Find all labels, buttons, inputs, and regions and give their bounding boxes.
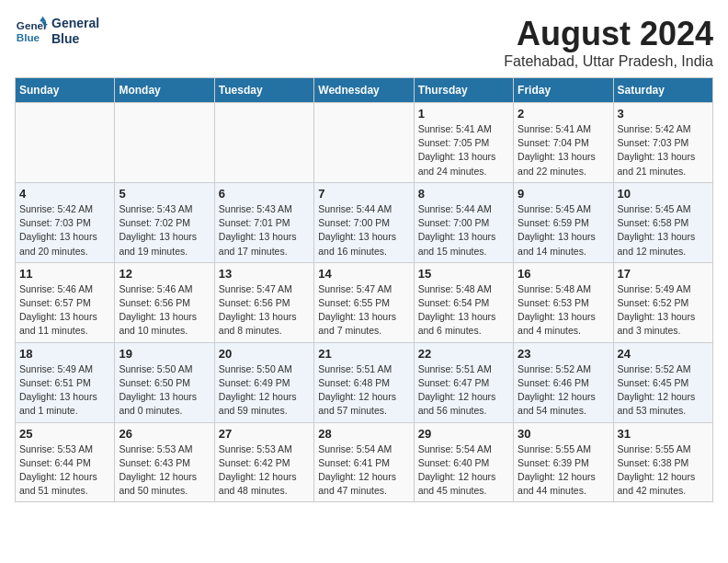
calendar-cell: 29Sunrise: 5:54 AM Sunset: 6:40 PM Dayli… <box>414 422 513 502</box>
day-number: 25 <box>19 427 110 441</box>
day-info: Sunrise: 5:53 AM Sunset: 6:43 PM Dayligh… <box>119 442 210 499</box>
calendar-cell: 2Sunrise: 5:41 AM Sunset: 7:04 PM Daylig… <box>514 103 613 183</box>
calendar-cell: 3Sunrise: 5:42 AM Sunset: 7:03 PM Daylig… <box>613 103 712 183</box>
weekday-wednesday: Wednesday <box>314 78 414 103</box>
calendar-cell: 14Sunrise: 5:47 AM Sunset: 6:55 PM Dayli… <box>314 262 414 342</box>
day-number: 30 <box>518 427 609 441</box>
day-number: 13 <box>219 267 310 281</box>
weekday-header-row: SundayMondayTuesdayWednesdayThursdayFrid… <box>16 78 713 103</box>
calendar-cell <box>16 103 115 183</box>
calendar-week-5: 25Sunrise: 5:53 AM Sunset: 6:44 PM Dayli… <box>16 422 713 502</box>
day-number: 7 <box>318 187 409 201</box>
day-info: Sunrise: 5:44 AM Sunset: 7:00 PM Dayligh… <box>318 202 409 259</box>
calendar-cell: 5Sunrise: 5:43 AM Sunset: 7:02 PM Daylig… <box>115 182 214 262</box>
day-info: Sunrise: 5:47 AM Sunset: 6:56 PM Dayligh… <box>219 282 310 339</box>
day-info: Sunrise: 5:52 AM Sunset: 6:46 PM Dayligh… <box>518 362 609 419</box>
logo-icon: General Blue <box>15 15 48 48</box>
day-number: 19 <box>119 347 210 361</box>
day-info: Sunrise: 5:49 AM Sunset: 6:51 PM Dayligh… <box>19 362 110 419</box>
calendar-header: SundayMondayTuesdayWednesdayThursdayFrid… <box>16 78 713 103</box>
calendar-cell <box>115 103 214 183</box>
day-number: 18 <box>19 347 110 361</box>
calendar-cell: 19Sunrise: 5:50 AM Sunset: 6:50 PM Dayli… <box>115 342 214 422</box>
day-number: 2 <box>518 107 609 121</box>
calendar-cell: 31Sunrise: 5:55 AM Sunset: 6:38 PM Dayli… <box>613 422 712 502</box>
day-info: Sunrise: 5:44 AM Sunset: 7:00 PM Dayligh… <box>418 202 509 259</box>
day-number: 22 <box>418 347 509 361</box>
calendar-cell <box>214 103 313 183</box>
svg-text:Blue: Blue <box>17 31 40 43</box>
day-number: 3 <box>618 107 709 121</box>
day-number: 26 <box>119 427 210 441</box>
day-number: 20 <box>219 347 310 361</box>
day-info: Sunrise: 5:41 AM Sunset: 7:04 PM Dayligh… <box>518 122 609 178</box>
day-info: Sunrise: 5:50 AM Sunset: 6:49 PM Dayligh… <box>219 362 310 419</box>
day-number: 31 <box>618 427 709 441</box>
day-info: Sunrise: 5:49 AM Sunset: 6:52 PM Dayligh… <box>618 282 709 339</box>
calendar-cell: 30Sunrise: 5:55 AM Sunset: 6:39 PM Dayli… <box>514 422 613 502</box>
calendar-cell: 28Sunrise: 5:54 AM Sunset: 6:41 PM Dayli… <box>314 422 414 502</box>
day-number: 29 <box>418 427 509 441</box>
calendar-table: SundayMondayTuesdayWednesdayThursdayFrid… <box>15 77 713 502</box>
calendar-cell: 13Sunrise: 5:47 AM Sunset: 6:56 PM Dayli… <box>214 262 313 342</box>
page-header: General Blue General Blue August 2024 Fa… <box>15 15 713 70</box>
day-info: Sunrise: 5:50 AM Sunset: 6:50 PM Dayligh… <box>119 362 210 419</box>
day-info: Sunrise: 5:53 AM Sunset: 6:44 PM Dayligh… <box>19 442 110 499</box>
day-info: Sunrise: 5:43 AM Sunset: 7:01 PM Dayligh… <box>219 202 310 259</box>
logo: General Blue General Blue <box>15 15 99 48</box>
day-number: 6 <box>219 187 310 201</box>
weekday-sunday: Sunday <box>16 78 115 103</box>
day-info: Sunrise: 5:52 AM Sunset: 6:45 PM Dayligh… <box>618 362 709 419</box>
day-info: Sunrise: 5:46 AM Sunset: 6:56 PM Dayligh… <box>119 282 210 339</box>
day-info: Sunrise: 5:48 AM Sunset: 6:53 PM Dayligh… <box>518 282 609 339</box>
calendar-cell: 1Sunrise: 5:41 AM Sunset: 7:05 PM Daylig… <box>414 103 513 183</box>
day-info: Sunrise: 5:45 AM Sunset: 6:59 PM Dayligh… <box>518 202 609 259</box>
day-number: 9 <box>518 187 609 201</box>
day-number: 15 <box>418 267 509 281</box>
logo-text: General Blue <box>51 16 99 47</box>
day-info: Sunrise: 5:41 AM Sunset: 7:05 PM Dayligh… <box>418 122 509 178</box>
calendar-week-4: 18Sunrise: 5:49 AM Sunset: 6:51 PM Dayli… <box>16 342 713 422</box>
day-info: Sunrise: 5:42 AM Sunset: 7:03 PM Dayligh… <box>618 122 709 178</box>
day-number: 14 <box>318 267 409 281</box>
calendar-cell: 8Sunrise: 5:44 AM Sunset: 7:00 PM Daylig… <box>414 182 513 262</box>
day-info: Sunrise: 5:51 AM Sunset: 6:47 PM Dayligh… <box>418 362 509 419</box>
calendar-cell: 12Sunrise: 5:46 AM Sunset: 6:56 PM Dayli… <box>115 262 214 342</box>
month-year: August 2024 <box>504 15 713 53</box>
calendar-cell: 16Sunrise: 5:48 AM Sunset: 6:53 PM Dayli… <box>514 262 613 342</box>
day-number: 5 <box>119 187 210 201</box>
calendar-cell: 7Sunrise: 5:44 AM Sunset: 7:00 PM Daylig… <box>314 182 414 262</box>
calendar-cell: 25Sunrise: 5:53 AM Sunset: 6:44 PM Dayli… <box>16 422 115 502</box>
day-number: 12 <box>119 267 210 281</box>
day-info: Sunrise: 5:42 AM Sunset: 7:03 PM Dayligh… <box>19 202 110 259</box>
calendar-cell: 24Sunrise: 5:52 AM Sunset: 6:45 PM Dayli… <box>613 342 712 422</box>
day-number: 23 <box>518 347 609 361</box>
calendar-week-2: 4Sunrise: 5:42 AM Sunset: 7:03 PM Daylig… <box>16 182 713 262</box>
calendar-cell: 9Sunrise: 5:45 AM Sunset: 6:59 PM Daylig… <box>514 182 613 262</box>
calendar-cell: 22Sunrise: 5:51 AM Sunset: 6:47 PM Dayli… <box>414 342 513 422</box>
day-number: 11 <box>19 267 110 281</box>
day-number: 24 <box>618 347 709 361</box>
calendar-cell <box>314 103 414 183</box>
day-info: Sunrise: 5:55 AM Sunset: 6:39 PM Dayligh… <box>518 442 609 499</box>
location: Fatehabad, Uttar Pradesh, India <box>504 53 713 70</box>
calendar-cell: 6Sunrise: 5:43 AM Sunset: 7:01 PM Daylig… <box>214 182 313 262</box>
day-info: Sunrise: 5:48 AM Sunset: 6:54 PM Dayligh… <box>418 282 509 339</box>
weekday-saturday: Saturday <box>613 78 712 103</box>
day-number: 28 <box>318 427 409 441</box>
day-number: 1 <box>418 107 509 121</box>
day-info: Sunrise: 5:54 AM Sunset: 6:40 PM Dayligh… <box>418 442 509 499</box>
day-number: 16 <box>518 267 609 281</box>
calendar-cell: 4Sunrise: 5:42 AM Sunset: 7:03 PM Daylig… <box>16 182 115 262</box>
weekday-tuesday: Tuesday <box>214 78 313 103</box>
calendar-cell: 20Sunrise: 5:50 AM Sunset: 6:49 PM Dayli… <box>214 342 313 422</box>
day-info: Sunrise: 5:55 AM Sunset: 6:38 PM Dayligh… <box>618 442 709 499</box>
calendar-cell: 11Sunrise: 5:46 AM Sunset: 6:57 PM Dayli… <box>16 262 115 342</box>
day-info: Sunrise: 5:53 AM Sunset: 6:42 PM Dayligh… <box>219 442 310 499</box>
day-info: Sunrise: 5:54 AM Sunset: 6:41 PM Dayligh… <box>318 442 409 499</box>
day-info: Sunrise: 5:51 AM Sunset: 6:48 PM Dayligh… <box>318 362 409 419</box>
day-info: Sunrise: 5:47 AM Sunset: 6:55 PM Dayligh… <box>318 282 409 339</box>
day-number: 8 <box>418 187 509 201</box>
calendar-week-1: 1Sunrise: 5:41 AM Sunset: 7:05 PM Daylig… <box>16 103 713 183</box>
calendar-cell: 15Sunrise: 5:48 AM Sunset: 6:54 PM Dayli… <box>414 262 513 342</box>
